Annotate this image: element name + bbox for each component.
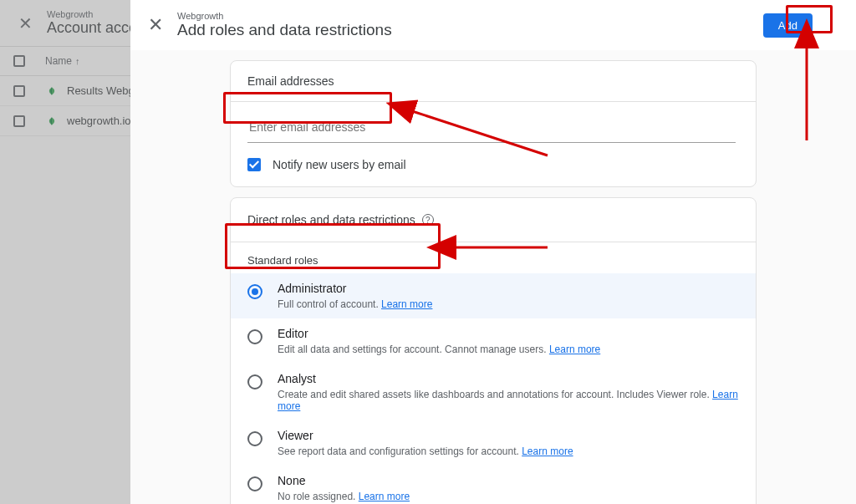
role-desc: Edit all data and settings for account. …: [278, 344, 600, 355]
role-viewer[interactable]: Viewer See report data and configuration…: [231, 420, 756, 466]
role-name: Analyst: [278, 372, 739, 385]
close-icon[interactable]: ✕: [144, 14, 167, 36]
more-menu-icon[interactable]: ⋮: [821, 13, 843, 38]
role-desc: Create and edit shared assets like dashb…: [278, 389, 739, 412]
notify-checkbox[interactable]: [247, 158, 261, 171]
radio-off-icon[interactable]: [247, 431, 262, 446]
email-section-title: Email addresses: [231, 61, 756, 102]
role-desc: Full control of account. Learn more: [278, 298, 432, 310]
role-desc: See report data and configuration settin…: [278, 445, 573, 457]
role-none[interactable]: None No role assigned. Learn more: [231, 466, 756, 504]
help-icon[interactable]: ?: [422, 214, 434, 226]
radio-off-icon[interactable]: [247, 329, 262, 344]
add-button[interactable]: Add: [763, 13, 813, 38]
email-card: Email addresses Notify new users by emai…: [230, 60, 757, 187]
role-administrator[interactable]: Administrator Full control of account. L…: [231, 273, 756, 318]
roles-section-title: Direct roles and data restrictions: [247, 213, 415, 227]
notify-row[interactable]: Notify new users by email: [231, 148, 756, 186]
standard-roles-label: Standard roles: [231, 242, 756, 273]
add-roles-modal: ✕ Webgrowth Add roles and data restricti…: [130, 0, 856, 504]
modal-company: Webgrowth: [177, 11, 392, 21]
radio-off-icon[interactable]: [247, 476, 262, 491]
radio-on-icon[interactable]: [247, 284, 262, 299]
role-analyst[interactable]: Analyst Create and edit shared assets li…: [231, 364, 756, 420]
notify-label: Notify new users by email: [273, 158, 406, 171]
modal-header: ✕ Webgrowth Add roles and data restricti…: [130, 0, 856, 50]
role-name: Viewer: [278, 429, 573, 442]
learn-more-link[interactable]: Learn more: [522, 445, 573, 457]
email-input[interactable]: [247, 112, 736, 143]
learn-more-link[interactable]: Learn more: [359, 491, 410, 502]
role-name: None: [278, 474, 410, 487]
learn-more-link[interactable]: Learn more: [381, 298, 432, 310]
radio-off-icon[interactable]: [247, 374, 262, 389]
role-name: Administrator: [278, 282, 432, 295]
role-name: Editor: [278, 327, 600, 340]
roles-section-title-row: Direct roles and data restrictions ?: [231, 198, 756, 242]
role-desc: No role assigned. Learn more: [278, 491, 410, 502]
modal-title: Add roles and data restrictions: [177, 21, 392, 39]
role-editor[interactable]: Editor Edit all data and settings for ac…: [231, 318, 756, 364]
roles-card: Direct roles and data restrictions ? Sta…: [230, 197, 757, 504]
learn-more-link[interactable]: Learn more: [549, 344, 600, 355]
modal-body: Email addresses Notify new users by emai…: [130, 50, 856, 504]
